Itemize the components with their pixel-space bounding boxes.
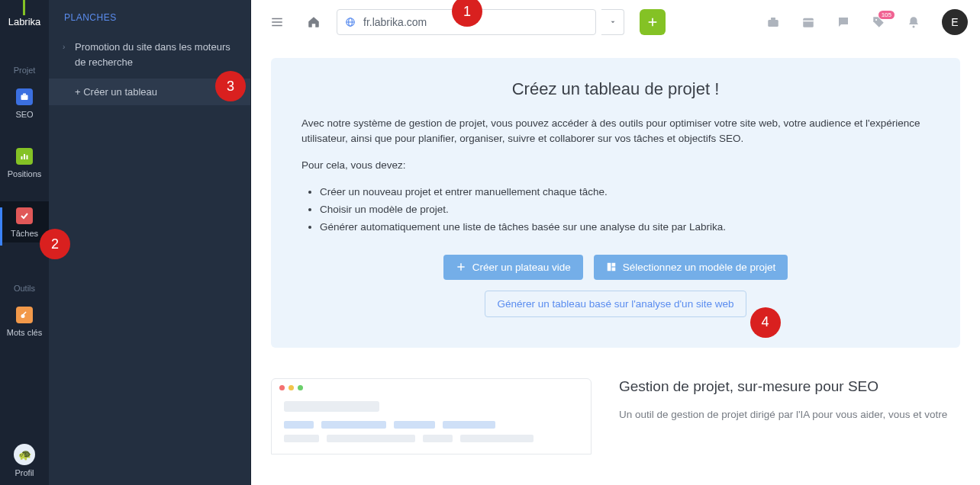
svg-rect-17 bbox=[803, 18, 814, 27]
brand-name: Labrika bbox=[8, 16, 41, 27]
nav-keywords[interactable]: Mots clés bbox=[0, 300, 49, 342]
template-icon bbox=[606, 262, 617, 272]
sidebar-board-item[interactable]: › Promotion du site dans les moteurs de … bbox=[49, 34, 250, 75]
card-paragraph-1: Avec notre système de gestion de projet,… bbox=[301, 116, 930, 147]
main-area: fr.labrika.com 1 E Créez un bbox=[251, 0, 980, 485]
select-template-button[interactable]: Sélectionnez un modèle de projet bbox=[594, 255, 788, 280]
plus-icon bbox=[456, 262, 466, 272]
topbar: fr.labrika.com 1 E bbox=[251, 0, 980, 44]
generate-from-analysis-button[interactable]: Générer un tableau basé sur l'analyse d'… bbox=[485, 291, 747, 317]
home-button[interactable] bbox=[300, 8, 327, 36]
sidebar-header: PLANCHES bbox=[49, 0, 250, 34]
svg-rect-0 bbox=[21, 95, 28, 101]
chevron-right-icon: › bbox=[63, 41, 65, 53]
nav-profile[interactable]: 🐢 Profil bbox=[0, 444, 49, 477]
rail-section-project: Projet bbox=[14, 66, 36, 75]
generate-from-analysis-label: Générer un tableau basé sur l'analyse d'… bbox=[498, 298, 734, 310]
sidebar-create-board-label: + Créer un tableau bbox=[75, 86, 157, 98]
profile-avatar-icon: 🐢 bbox=[14, 444, 35, 465]
svg-rect-6 bbox=[23, 312, 27, 316]
card-button-row-2: Générer un tableau basé sur l'analyse d'… bbox=[301, 291, 930, 317]
site-selector-dropdown-button[interactable] bbox=[601, 9, 624, 35]
secondary-section: Gestion de projet, sur-mesure pour SEO U… bbox=[271, 378, 960, 454]
select-template-label: Sélectionnez un modèle de projet bbox=[623, 262, 775, 273]
content-scroll: Créez un tableau de projet ! Avec notre … bbox=[251, 44, 980, 485]
create-empty-board-label: Créer un plateau vide bbox=[472, 262, 571, 273]
secondary-sidebar: PLANCHES › Promotion du site dans les mo… bbox=[49, 0, 251, 485]
site-selector[interactable]: fr.labrika.com 1 bbox=[337, 9, 596, 35]
primary-nav-rail: Labrika Projet SEO Positions Tâches 2 Ou… bbox=[0, 0, 49, 485]
brand-logo: Labrika bbox=[0, 0, 49, 43]
chat-icon[interactable] bbox=[830, 9, 856, 35]
secondary-paragraph: Un outil de gestion de projet dirigé par… bbox=[619, 407, 947, 422]
svg-rect-23 bbox=[608, 263, 611, 271]
browser-mock-illustration bbox=[271, 378, 592, 454]
tutorial-marker-4: 4 bbox=[750, 307, 781, 338]
site-selector-value: fr.labrika.com bbox=[363, 16, 427, 28]
svg-rect-25 bbox=[611, 268, 615, 271]
nav-profile-label: Profil bbox=[15, 468, 34, 477]
secondary-text: Gestion de projet, sur-mesure pour SEO U… bbox=[619, 378, 947, 422]
card-list-item: Choisir un modèle de projet. bbox=[320, 201, 930, 219]
card-button-row-1: Créer un plateau vide Sélectionnez un mo… bbox=[301, 255, 930, 280]
toolbox-icon[interactable] bbox=[760, 9, 786, 35]
card-list-item: Créer un nouveau projet et entrer manuel… bbox=[320, 184, 930, 201]
nav-seo[interactable]: SEO bbox=[0, 82, 49, 124]
svg-rect-2 bbox=[21, 156, 23, 159]
tag-icon[interactable] bbox=[866, 9, 891, 35]
briefcase-icon bbox=[16, 88, 33, 105]
chart-icon bbox=[16, 148, 33, 165]
svg-point-20 bbox=[913, 26, 915, 28]
globe-icon bbox=[345, 17, 356, 27]
svg-rect-1 bbox=[23, 94, 26, 95]
card-title: Créez un tableau de projet ! bbox=[301, 79, 930, 99]
sidebar-create-board[interactable]: + Créer un tableau 3 bbox=[49, 79, 250, 105]
tutorial-marker-3: 3 bbox=[215, 71, 246, 101]
checkmark-icon bbox=[16, 207, 33, 224]
svg-point-19 bbox=[875, 19, 877, 21]
nav-positions-label: Positions bbox=[8, 169, 42, 178]
svg-rect-15 bbox=[768, 20, 779, 27]
calendar-icon[interactable] bbox=[795, 9, 821, 35]
nav-seo-label: SEO bbox=[15, 110, 33, 119]
rail-section-tools: Outils bbox=[14, 284, 35, 293]
add-button[interactable] bbox=[640, 9, 666, 35]
svg-rect-16 bbox=[771, 18, 775, 20]
svg-rect-3 bbox=[24, 154, 25, 159]
sidebar-board-item-label: Promotion du site dans les moteurs de re… bbox=[75, 41, 230, 68]
bell-icon[interactable] bbox=[901, 9, 927, 35]
card-list: Créer un nouveau projet et entrer manuel… bbox=[320, 184, 930, 236]
user-avatar[interactable]: E bbox=[942, 9, 968, 35]
nav-tasks-label: Tâches bbox=[11, 229, 38, 238]
create-board-card: Créez un tableau de projet ! Avec notre … bbox=[271, 58, 960, 348]
create-empty-board-button[interactable]: Créer un plateau vide bbox=[443, 255, 583, 280]
nav-positions[interactable]: Positions bbox=[0, 142, 49, 183]
nav-tasks[interactable]: Tâches 2 bbox=[0, 201, 49, 242]
card-list-item: Générer automatiquement une liste de tâc… bbox=[320, 219, 930, 236]
svg-rect-4 bbox=[27, 156, 28, 160]
card-paragraph-2: Pour cela, vous devez: bbox=[301, 158, 930, 173]
nav-keywords-label: Mots clés bbox=[7, 328, 42, 337]
svg-point-5 bbox=[21, 314, 25, 318]
secondary-title: Gestion de projet, sur-mesure pour SEO bbox=[619, 378, 947, 395]
hamburger-menu-button[interactable] bbox=[263, 8, 291, 36]
key-icon bbox=[16, 307, 33, 323]
user-avatar-initial: E bbox=[951, 16, 958, 28]
svg-rect-24 bbox=[611, 263, 615, 267]
tutorial-marker-1: 1 bbox=[452, 0, 482, 27]
